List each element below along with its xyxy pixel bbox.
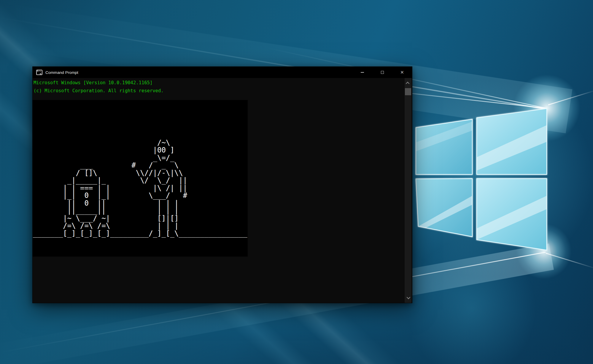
scrollbar-thumb[interactable] [405, 88, 411, 95]
ascii-art-r2d2-c3po: /~\ |00 ] _\=/_ ___ # / _ \ / []\ \\//|/… [33, 101, 247, 245]
minimize-icon [361, 72, 364, 73]
window-title: Command Prompt [45, 70, 78, 75]
scroll-down-button[interactable] [405, 294, 411, 301]
chevron-up-icon [406, 82, 410, 86]
command-prompt-window: C:\ Command Prompt ✕ Microsoft Windows [… [32, 66, 412, 303]
maximize-button[interactable] [372, 67, 392, 78]
titlebar[interactable]: C:\ Command Prompt ✕ [33, 67, 412, 78]
close-button[interactable]: ✕ [392, 67, 412, 78]
minimize-button[interactable] [352, 67, 372, 78]
maximize-icon [381, 71, 384, 74]
cmd-icon-text: C:\ [37, 70, 41, 72]
ascii-art-frame: /~\ |00 ] _\=/_ ___ # / _ \ / []\ \\//|/… [33, 100, 248, 257]
scroll-up-button[interactable] [405, 80, 411, 87]
console-output[interactable]: Microsoft Windows [Version 10.0.19042.11… [33, 78, 412, 303]
cmd-icon[interactable]: C:\ [36, 70, 42, 75]
chevron-down-icon [407, 295, 411, 299]
scrollbar[interactable] [405, 78, 411, 303]
light-ray-right-top [548, 90, 593, 105]
console-version-banner: Microsoft Windows [Version 10.0.19042.11… [34, 79, 164, 95]
windows-logo [414, 107, 549, 254]
cmd-icon-cursor [40, 74, 41, 74]
desktop: C:\ Command Prompt ✕ Microsoft Windows [… [0, 0, 593, 364]
close-icon: ✕ [400, 70, 404, 75]
light-ray-right-bottom [546, 253, 593, 269]
